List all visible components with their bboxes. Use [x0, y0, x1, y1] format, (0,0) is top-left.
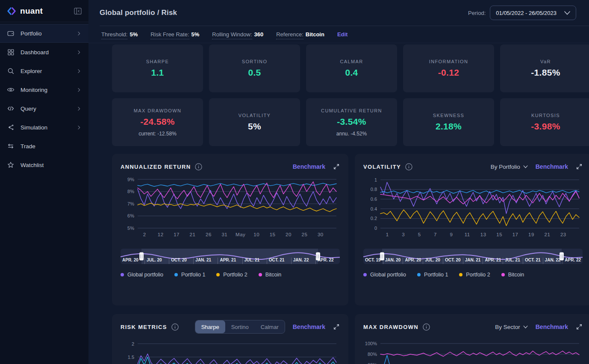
sidebar-item-label: Monitoring — [21, 87, 47, 93]
expand-icon[interactable] — [576, 163, 583, 170]
svg-text:0: 0 — [374, 226, 377, 231]
metric-value: -3.98% — [531, 121, 560, 132]
legend-item-global-portfolio[interactable]: Global portfolio — [363, 272, 406, 278]
tab-calmar[interactable]: Calmar — [255, 320, 285, 333]
filter-rolling-window-: Rolling Window:360 — [212, 31, 263, 38]
svg-text:2: 2 — [132, 341, 134, 346]
svg-text:25: 25 — [302, 232, 308, 237]
brush-handle-left[interactable] — [380, 252, 384, 261]
brush-tick-label: APR. 22 — [562, 258, 583, 264]
sidebar-item-dashboard[interactable]: Dashboard — [0, 43, 88, 62]
svg-text:11: 11 — [465, 232, 470, 237]
metric-value: -24.58% — [140, 117, 174, 127]
metric-label: KURTOSIS — [531, 113, 560, 118]
svg-text:17: 17 — [512, 232, 518, 237]
expand-icon[interactable] — [576, 323, 583, 330]
svg-text:5: 5 — [418, 232, 421, 237]
metric-value: 5% — [248, 121, 261, 132]
brush-tick-label: JAN. 20 — [383, 258, 403, 264]
main-header: Global portfolio / Risk Period: 01/05/20… — [88, 0, 589, 26]
period-dropdown[interactable]: 01/05/2022 - 26/05/2023 — [490, 6, 576, 20]
chevron-right-icon — [76, 106, 82, 112]
svg-text:60%: 60% — [368, 362, 377, 364]
metric-label: INFORMATION — [429, 59, 468, 64]
svg-text:17: 17 — [174, 232, 180, 237]
filter-reference-: Reference:Bitcoin — [276, 31, 324, 38]
risk-metrics-chart: 21.510.50 — [121, 335, 340, 364]
benchmark-link[interactable]: Benchmark — [536, 323, 568, 330]
sidebar-item-watchlist[interactable]: Watchlist — [0, 156, 88, 174]
risk-metric-tabs: SharpeSortinoCalmar — [195, 320, 285, 334]
legend-dot — [121, 273, 124, 276]
info-icon[interactable] — [405, 163, 412, 170]
tab-sortino[interactable]: Sortino — [225, 320, 255, 333]
legend-item-portfolio-2[interactable]: Portfolio 2 — [216, 272, 247, 278]
metric-card-sharpe: SHARPE1.1 — [112, 44, 203, 92]
svg-text:7: 7 — [434, 232, 437, 237]
tab-sharpe[interactable]: Sharpe — [195, 320, 225, 333]
expand-icon[interactable] — [333, 163, 340, 170]
svg-text:0.8: 0.8 — [371, 187, 377, 192]
legend-item-bitcoin[interactable]: Bitcoin — [259, 272, 282, 278]
info-icon[interactable] — [195, 163, 202, 170]
svg-text:1: 1 — [386, 232, 389, 237]
metric-cards-row-1: SHARPE1.1SORTINO0.5CALMAR0.4INFORMATION-… — [112, 44, 589, 92]
legend-item-global-portfolio[interactable]: Global portfolio — [121, 272, 163, 278]
brush-handle-right[interactable] — [316, 252, 320, 261]
sidebar-item-monitoring[interactable]: Monitoring — [0, 80, 88, 99]
nuant-logo-icon — [7, 7, 16, 15]
legend-item-bitcoin[interactable]: Bitcoin — [501, 272, 524, 278]
chevron-right-icon — [76, 31, 82, 36]
chart-title: VOLATILITY — [363, 164, 401, 170]
legend-dot — [259, 273, 262, 276]
brush-tick-label: APR. 21 — [218, 258, 242, 264]
svg-text:2: 2 — [143, 232, 146, 237]
metric-card-skewness: SKEWNESS2.18% — [403, 98, 494, 146]
sidebar-item-simulation[interactable]: Simulation — [0, 118, 88, 137]
metric-value: 0.4 — [345, 68, 358, 78]
benchmark-link[interactable]: Benchmark — [536, 163, 568, 170]
sidebar-item-portfolio[interactable]: Portfolio — [0, 24, 88, 43]
sidebar-item-explorer[interactable]: Explorer — [0, 62, 88, 80]
svg-text:0.6: 0.6 — [371, 197, 377, 202]
benchmark-link[interactable]: Benchmark — [293, 323, 325, 330]
legend-item-portfolio-1[interactable]: Portfolio 1 — [417, 272, 448, 278]
period-label: Period: — [468, 10, 486, 16]
sidebar-item-trade[interactable]: Trade — [0, 137, 88, 156]
legend-item-portfolio-1[interactable]: Portfolio 1 — [174, 272, 205, 278]
brush-tick-label: JAN. 21 — [193, 258, 218, 264]
sidebar-collapse-icon[interactable] — [74, 8, 82, 15]
brush-tick-label: OCT. 21 — [267, 258, 291, 264]
time-range-brush[interactable]: APR. 20JUL. 20OCT. 20JAN. 21APR. 21JUL. … — [121, 249, 340, 264]
svg-text:10: 10 — [253, 232, 259, 237]
brush-handle-left[interactable] — [139, 252, 144, 261]
svg-text:20: 20 — [286, 232, 292, 237]
group-by-dropdown[interactable]: By Sector — [495, 324, 528, 330]
main-area: Global portfolio / Risk Period: 01/05/20… — [88, 0, 589, 364]
filter-row: Threshold:5%Risk Free Rate:5%Rolling Win… — [88, 26, 589, 43]
expand-icon[interactable] — [333, 323, 340, 330]
metric-value: -0.12 — [438, 68, 459, 78]
time-range-brush[interactable]: OCT. 19JAN. 20APR. 20JUL. 20OCT. 20JAN. … — [363, 249, 583, 264]
brush-handle-right[interactable] — [560, 252, 564, 261]
sidebar-item-query[interactable]: Query — [0, 99, 88, 118]
info-icon[interactable] — [171, 323, 179, 331]
svg-text:100%: 100% — [365, 341, 377, 346]
chevron-right-icon — [76, 125, 82, 130]
annualized-return-card: ANNUALIZED RETURN Benchmark 9%8%7%6%5%21… — [112, 154, 348, 305]
period-value: 01/05/2022 - 26/05/2023 — [496, 10, 557, 16]
info-icon[interactable] — [423, 323, 430, 331]
metric-label: CUMULATIVE RETURN — [321, 108, 382, 113]
brush-labels: APR. 20JUL. 20OCT. 20JAN. 21APR. 21JUL. … — [121, 249, 340, 264]
edit-link[interactable]: Edit — [337, 31, 348, 38]
brush-tick-label: JUL. 20 — [423, 258, 443, 264]
group-by-dropdown[interactable]: By Portfolio — [491, 164, 528, 170]
metric-card-calmar: CALMAR0.4 — [306, 44, 397, 92]
brush-tick-label: JAN. 22 — [291, 258, 315, 264]
benchmark-link[interactable]: Benchmark — [293, 163, 325, 170]
sidebar-item-label: Watchlist — [21, 162, 44, 168]
dashboard-content: SHARPE1.1SORTINO0.5CALMAR0.4INFORMATION-… — [88, 43, 589, 364]
sidebar: nuant PortfolioDashboardExplorerMonitori… — [0, 0, 88, 364]
metric-value: 2.18% — [436, 121, 462, 132]
legend-item-portfolio-2[interactable]: Portfolio 2 — [459, 272, 490, 278]
